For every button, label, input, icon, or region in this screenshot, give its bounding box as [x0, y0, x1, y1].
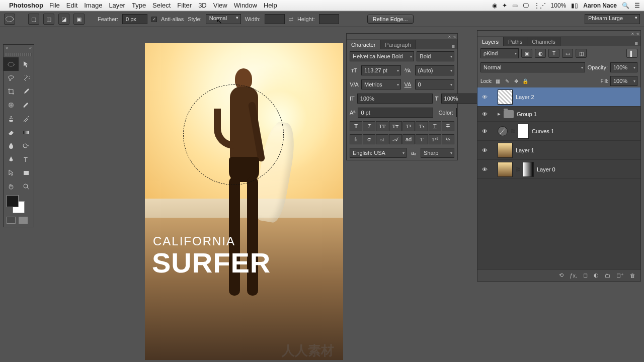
menu-edit[interactable]: Edit — [66, 2, 77, 9]
font-size-input[interactable]: 113.27 pt — [361, 65, 401, 75]
spotlight-icon[interactable]: 🔍 — [622, 2, 629, 9]
dodge-tool[interactable] — [19, 139, 34, 152]
menu-filter[interactable]: Filter — [177, 2, 192, 9]
lock-position-icon[interactable]: ✥ — [513, 77, 520, 84]
subscript-button[interactable]: T₁ — [416, 121, 428, 131]
pen-tool[interactable] — [4, 152, 19, 166]
layer-row[interactable]: 👁 ⛓ Curves 1 — [477, 122, 640, 141]
layer-mask-thumb[interactable] — [523, 162, 534, 177]
selection-intersect-icon[interactable]: ▣ — [73, 14, 85, 25]
wifi-icon[interactable]: ⋮⋰ — [534, 2, 546, 9]
charpanel-menu-icon[interactable]: ≡ — [449, 43, 457, 49]
selection-new-icon[interactable]: ▢ — [28, 14, 39, 25]
filter-kind-select[interactable]: ρ Kind — [480, 48, 519, 58]
history-brush-tool[interactable] — [19, 112, 34, 125]
move-tool[interactable] — [19, 57, 34, 71]
layer-name[interactable]: Group 1 — [517, 111, 537, 117]
ot-swash-button[interactable]: 𝒜 — [389, 134, 401, 144]
tracking-input[interactable]: 0 — [415, 79, 455, 89]
lasso-tool[interactable] — [4, 71, 19, 84]
tool-preset-icon[interactable] — [4, 14, 15, 25]
font-family-select[interactable]: Helvetica Neue Bold — [350, 51, 414, 61]
new-layer-icon[interactable]: ◻⁺ — [616, 272, 624, 279]
crop-tool[interactable] — [4, 84, 19, 98]
user-name[interactable]: Aaron Nace — [583, 2, 617, 9]
height-input[interactable] — [319, 14, 339, 24]
new-group-icon[interactable]: 🗀 — [605, 273, 610, 279]
antialias-checkbox[interactable]: ✓ — [151, 17, 157, 22]
language-select[interactable]: English: USA — [350, 148, 407, 158]
type-tool[interactable]: T — [19, 152, 34, 166]
lock-pixels-icon[interactable]: ✎ — [504, 77, 511, 84]
visibility-toggle[interactable]: 👁 — [480, 146, 489, 154]
filter-shape-icon[interactable]: ▭ — [562, 49, 573, 58]
cc-status-icon[interactable]: ◉ — [492, 2, 497, 9]
rectangle-tool[interactable] — [19, 166, 34, 179]
quickmask-icon[interactable] — [7, 217, 16, 224]
strikethrough-button[interactable]: T — [442, 121, 454, 131]
selection-subtract-icon[interactable]: ◪ — [58, 14, 69, 25]
filter-type-icon[interactable]: T — [548, 49, 559, 58]
tab-paragraph[interactable]: Paragraph — [380, 40, 416, 49]
tools-close-icon[interactable]: × — [6, 46, 8, 51]
vscale-input[interactable] — [357, 94, 433, 104]
gradient-tool[interactable] — [19, 125, 34, 139]
tab-channels[interactable]: Channels — [527, 37, 560, 46]
zoom-tool[interactable] — [19, 179, 34, 193]
menu-list-icon[interactable]: ☰ — [634, 2, 640, 9]
mask-link-icon[interactable]: ⛓ — [511, 128, 515, 135]
mask-link-icon[interactable]: ⛓ — [516, 166, 520, 173]
group-disclosure-icon[interactable]: ▸ — [498, 111, 501, 117]
antialias-select[interactable]: Sharp — [421, 148, 454, 158]
magic-wand-tool[interactable] — [19, 71, 34, 84]
battery-icon[interactable]: ▮▯ — [571, 2, 578, 9]
screenmode-icon[interactable] — [19, 217, 28, 224]
link-layers-icon[interactable]: ⟲ — [559, 272, 564, 279]
selection-add-icon[interactable]: ◫ — [43, 14, 54, 25]
menu-layer[interactable]: Layer — [109, 2, 125, 9]
style-select[interactable]: Normal — [206, 14, 241, 24]
tools-collapse-icon[interactable]: « — [29, 46, 32, 51]
menu-type[interactable]: Type — [132, 2, 146, 9]
layer-name[interactable]: Layer 2 — [516, 94, 534, 100]
layer-row[interactable]: 👁 Layer 1 — [477, 141, 640, 160]
add-mask-icon[interactable]: ◻ — [583, 272, 588, 279]
baseline-input[interactable] — [358, 108, 433, 118]
lock-all-icon[interactable]: 🔒 — [522, 77, 529, 84]
evernote-icon[interactable]: ✦ — [502, 2, 507, 9]
eyedropper-tool[interactable] — [19, 84, 34, 98]
faux-italic-button[interactable]: T — [363, 121, 375, 131]
workspace-select[interactable]: Phlearn Large — [585, 14, 640, 24]
menu-help[interactable]: Help — [264, 2, 277, 9]
menu-3d[interactable]: 3D — [198, 2, 207, 9]
charpanel-close-icon[interactable]: × — [448, 34, 451, 39]
layer-thumb[interactable] — [498, 162, 513, 177]
healing-brush-tool[interactable] — [4, 98, 19, 112]
ot-titling-button[interactable]: T — [416, 134, 428, 144]
smallcaps-button[interactable]: Tᴛ — [389, 121, 401, 131]
opacity-input[interactable]: 100% — [610, 62, 637, 72]
menu-image[interactable]: Image — [84, 2, 102, 9]
menu-window[interactable]: Window — [234, 2, 257, 9]
allcaps-button[interactable]: TT — [376, 121, 388, 131]
char-color-swatch[interactable] — [456, 108, 457, 117]
visibility-toggle[interactable]: 👁 — [480, 93, 489, 101]
layer-thumb[interactable] — [498, 143, 513, 158]
leading-input[interactable]: (Auto) — [415, 65, 455, 75]
swap-dimensions-icon[interactable]: ⇄ — [289, 16, 293, 23]
ot-stylistic-button[interactable]: ad — [403, 134, 415, 144]
refine-edge-button[interactable]: Refine Edge... — [367, 15, 414, 24]
layer-row[interactable]: 👁 ▸ Group 1 — [477, 107, 640, 122]
superscript-button[interactable]: T¹ — [403, 121, 415, 131]
ot-contextual-button[interactable]: ơ — [363, 134, 375, 144]
document-canvas[interactable]: CALIFORNIA SURFER — [145, 43, 343, 360]
ot-ordinals-button[interactable]: 1ˢᵗ — [429, 134, 441, 144]
app-name[interactable]: Photoshop — [9, 2, 43, 9]
tab-paths[interactable]: Paths — [504, 37, 527, 46]
add-adjustment-icon[interactable]: ◐ — [594, 272, 599, 279]
layer-name[interactable]: Curves 1 — [532, 128, 554, 134]
menu-file[interactable]: File — [49, 2, 60, 9]
visibility-toggle[interactable]: 👁 — [480, 127, 489, 135]
layer-row[interactable]: 👁 Layer 2 — [477, 87, 640, 107]
filter-toggle[interactable]: ▌ — [626, 49, 637, 58]
